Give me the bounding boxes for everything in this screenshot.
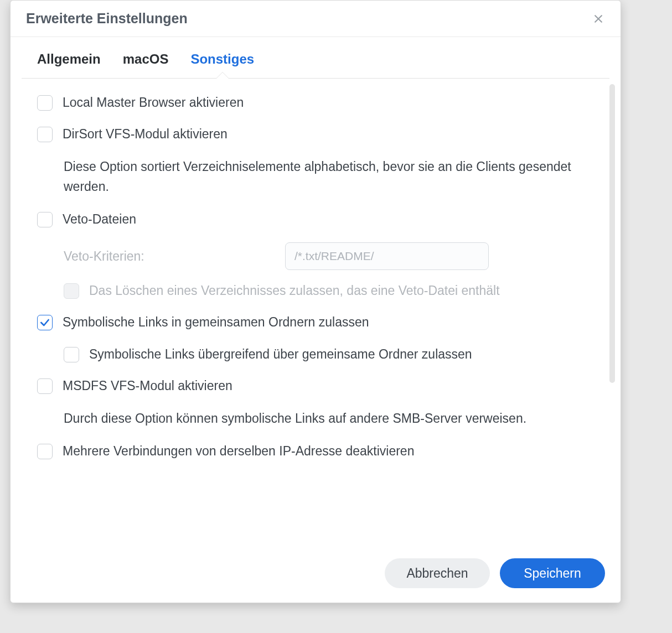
dialog-footer: Abbrechen Speichern bbox=[11, 547, 621, 603]
label-symlinks-wide: Symbolische Links übergreifend über geme… bbox=[89, 346, 472, 363]
checkbox-veto-allow-delete bbox=[64, 283, 79, 299]
tab-macos[interactable]: macOS bbox=[123, 51, 169, 78]
checkbox-local-master[interactable] bbox=[37, 95, 53, 111]
checkbox-dirsort[interactable] bbox=[37, 127, 53, 142]
cancel-button[interactable]: Abbrechen bbox=[385, 558, 490, 588]
tabs: Allgemein macOS Sonstiges bbox=[22, 37, 609, 79]
tab-general[interactable]: Allgemein bbox=[37, 51, 101, 78]
advanced-settings-dialog: Erweiterte Einstellungen Allgemein macOS… bbox=[10, 0, 621, 603]
checkbox-symlinks-wide[interactable] bbox=[64, 347, 79, 362]
scrollbar[interactable] bbox=[609, 84, 615, 541]
tab-other[interactable]: Sonstiges bbox=[190, 51, 254, 78]
label-msdfs: MSDFS VFS-Modul aktivieren bbox=[63, 377, 232, 395]
dialog-title: Erweiterte Einstellungen bbox=[26, 11, 188, 27]
option-symlinks: Symbolische Links in gemeinsamen Ordnern… bbox=[37, 314, 594, 331]
desc-msdfs: Durch diese Option können symbolische Li… bbox=[64, 409, 573, 429]
dialog-content: Local Master Browser aktivieren DirSort … bbox=[11, 79, 621, 547]
option-veto: Veto-Dateien bbox=[37, 211, 594, 228]
option-local-master: Local Master Browser aktivieren bbox=[37, 94, 594, 111]
option-multi-ip: Mehrere Verbindungen von derselben IP-Ad… bbox=[37, 443, 594, 460]
checkbox-msdfs[interactable] bbox=[37, 378, 53, 394]
checkbox-multi-ip[interactable] bbox=[37, 444, 53, 459]
label-dirsort: DirSort VFS-Modul aktivieren bbox=[63, 126, 228, 143]
option-msdfs: MSDFS VFS-Modul aktivieren bbox=[37, 377, 594, 395]
save-button[interactable]: Speichern bbox=[500, 558, 605, 588]
label-local-master: Local Master Browser aktivieren bbox=[63, 94, 244, 111]
label-multi-ip: Mehrere Verbindungen von derselben IP-Ad… bbox=[63, 443, 414, 460]
checkbox-veto[interactable] bbox=[37, 212, 53, 227]
checkbox-symlinks[interactable] bbox=[37, 315, 53, 330]
label-veto: Veto-Dateien bbox=[63, 211, 136, 228]
scrollbar-thumb[interactable] bbox=[609, 84, 615, 383]
option-dirsort: DirSort VFS-Modul aktivieren bbox=[37, 126, 594, 143]
close-icon[interactable] bbox=[592, 12, 605, 25]
veto-criteria-label: Veto-Kriterien: bbox=[64, 249, 274, 264]
label-veto-allow-delete: Das Löschen eines Verzeichnisses zulasse… bbox=[89, 282, 500, 299]
desc-dirsort: Diese Option sortiert Verzeichniselement… bbox=[64, 157, 573, 196]
option-symlinks-wide: Symbolische Links übergreifend über geme… bbox=[37, 346, 594, 363]
label-symlinks: Symbolische Links in gemeinsamen Ordnern… bbox=[63, 314, 369, 331]
veto-criteria-row: Veto-Kriterien: bbox=[64, 242, 594, 270]
veto-criteria-input[interactable] bbox=[285, 242, 489, 270]
option-veto-allow-delete: Das Löschen eines Verzeichnisses zulasse… bbox=[37, 282, 594, 299]
dialog-header: Erweiterte Einstellungen bbox=[11, 1, 621, 37]
